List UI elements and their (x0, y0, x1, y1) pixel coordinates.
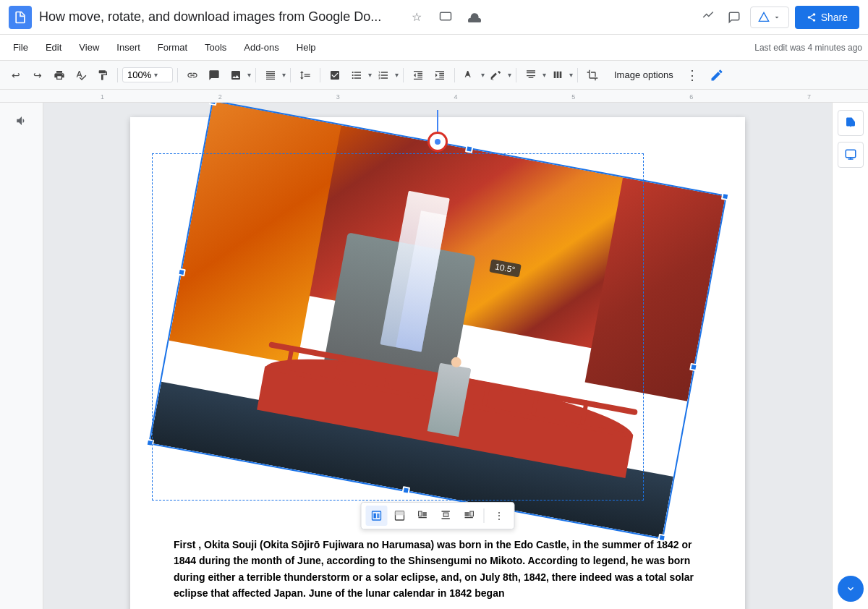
print-button[interactable] (49, 65, 69, 85)
autumn-image (150, 103, 725, 538)
handle-top-left[interactable] (209, 103, 218, 106)
ruler-mark: 7 (750, 93, 868, 101)
decrease-indent-button[interactable] (408, 65, 428, 85)
star-icon[interactable]: ☆ (407, 7, 427, 27)
handle-bottom-left[interactable] (145, 439, 154, 448)
spellcheck-button[interactable] (71, 65, 91, 85)
undo-button[interactable]: ↩ (6, 65, 26, 85)
handle-top-middle[interactable] (465, 145, 474, 153)
image-selection-area[interactable]: 10.5° (177, 146, 698, 493)
svg-rect-16 (470, 511, 474, 516)
edit-pencil-button[interactable] (707, 65, 727, 85)
svg-rect-1 (373, 511, 381, 520)
handle-middle-right[interactable] (689, 363, 698, 372)
analytics-icon[interactable] (698, 7, 718, 27)
divider-6 (403, 68, 404, 82)
share-button[interactable]: Share (795, 6, 859, 29)
image-options-button[interactable]: Image options (607, 67, 681, 83)
ruler-mark: 1 (43, 93, 161, 101)
paint-format-button[interactable] (93, 65, 113, 85)
image-container: 10.5° (174, 146, 702, 493)
ruler-mark: 4 (397, 93, 515, 101)
zoom-select[interactable]: 100% ▾ (122, 67, 173, 82)
menu-file[interactable]: File (6, 39, 35, 56)
doc-text-content: First , Okita Souji (Okita Sōjirō Fujiwa… (174, 539, 694, 599)
menu-insert[interactable]: Insert (109, 39, 148, 56)
wrap-inline-button[interactable] (366, 506, 388, 526)
inline-image-toolbar: ⋮ (361, 502, 515, 529)
highlight-button[interactable] (486, 65, 506, 85)
present-icon[interactable] (435, 7, 456, 27)
menu-addons[interactable]: Add-ons (237, 39, 286, 56)
svg-rect-7 (396, 511, 404, 515)
divider-2 (177, 68, 178, 82)
doc-page: 10.5° (130, 117, 745, 609)
ruler-marks: 1 2 3 4 5 6 7 (43, 93, 868, 101)
wrap-left-button[interactable] (412, 506, 434, 526)
cloud-icon[interactable] (464, 7, 485, 27)
divider-3 (255, 68, 256, 82)
handle-top-right[interactable] (721, 192, 730, 201)
right-sidebar (832, 103, 868, 609)
more-options-button[interactable]: ⋮ (682, 65, 702, 85)
comment-icon[interactable] (724, 7, 744, 27)
menu-bar: File Edit View Insert Format Tools Add-o… (0, 35, 868, 61)
divider-8 (516, 68, 516, 82)
wrap-none-button[interactable] (435, 506, 457, 526)
handle-bottom-middle[interactable] (401, 486, 410, 495)
svg-rect-2 (374, 514, 376, 519)
ruler-mark: 3 (279, 93, 397, 101)
edit-alt-text-button[interactable] (838, 142, 864, 168)
handle-middle-left[interactable] (177, 268, 186, 277)
svg-rect-0 (441, 12, 451, 20)
link-button[interactable] (182, 65, 203, 85)
doc-text: First , Okita Souji (Okita Sōjirō Fujiwa… (174, 537, 702, 602)
numbered-list-button[interactable] (373, 65, 393, 85)
line-height-button[interactable] (295, 65, 315, 85)
columns-button[interactable] (548, 65, 568, 85)
move-to-drive-button[interactable] (750, 7, 789, 28)
menu-tools[interactable]: Tools (197, 39, 234, 56)
menu-format[interactable]: Format (150, 39, 195, 56)
rotation-handle[interactable] (427, 110, 448, 152)
share-label: Share (821, 12, 848, 23)
left-sidebar (0, 103, 43, 609)
text-align-button[interactable] (521, 65, 541, 85)
svg-rect-13 (443, 513, 448, 516)
doc-canvas[interactable]: 10.5° (43, 103, 832, 609)
divider-9 (577, 68, 578, 82)
image-toolbar-button[interactable] (226, 65, 246, 85)
title-right: Share (698, 6, 859, 29)
handle-bottom-right[interactable] (658, 534, 666, 542)
title-icons: ☆ (407, 7, 485, 27)
divider-1 (117, 68, 118, 82)
divider-5 (320, 68, 320, 82)
menu-help[interactable]: Help (289, 39, 323, 56)
ruler: 1 2 3 4 5 6 7 (0, 90, 868, 103)
wrap-break-text-button[interactable] (389, 506, 411, 526)
rotation-circle[interactable] (427, 132, 448, 152)
img-trees-left (169, 103, 341, 365)
divider-4 (290, 68, 291, 82)
add-comment-button[interactable] (838, 110, 864, 136)
menu-view[interactable]: View (72, 39, 106, 56)
increase-indent-button[interactable] (430, 65, 450, 85)
redo-button[interactable]: ↪ (27, 65, 48, 85)
checklist-button[interactable] (325, 65, 345, 85)
menu-edit[interactable]: Edit (38, 39, 69, 56)
align-button[interactable] (260, 65, 281, 85)
outline-icon[interactable] (11, 110, 33, 132)
app-icon[interactable] (9, 6, 32, 29)
doc-title: How move, rotate, and download images fr… (39, 9, 401, 25)
bullet-list-button[interactable] (346, 65, 367, 85)
wrap-right-button[interactable] (459, 506, 480, 526)
last-edit-text[interactable]: Last edit was 4 minutes ago (754, 43, 862, 53)
inline-toolbar-divider (484, 508, 485, 523)
rotation-dot (435, 139, 441, 145)
more-image-options-button[interactable]: ⋮ (488, 506, 510, 526)
comment-toolbar-button[interactable] (204, 65, 224, 85)
crop-button[interactable] (582, 65, 603, 85)
font-color-button[interactable] (459, 65, 480, 85)
scroll-to-bottom-button[interactable] (838, 576, 864, 602)
zoom-value: 100% (127, 69, 151, 80)
